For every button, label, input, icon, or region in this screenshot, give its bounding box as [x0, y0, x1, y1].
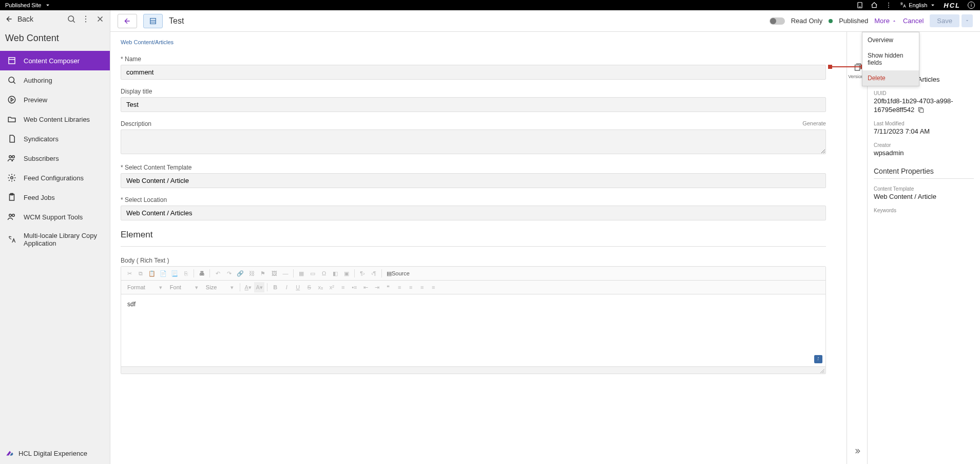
info-uuid-value1: 20fb1fd8-1b29-4703-a998- [874, 97, 974, 105]
bg-color-icon[interactable]: A▾ [254, 282, 264, 292]
svg-point-14 [12, 156, 15, 158]
site-dropdown[interactable]: Published Site [5, 2, 41, 8]
document-icon [7, 134, 16, 143]
cancel-button[interactable]: Cancel [903, 17, 924, 25]
sidebar-item-content-composer[interactable]: Content Composer [0, 51, 110, 70]
svg-point-23 [818, 357, 819, 358]
sidebar-item-multilocale[interactable]: Multi-locale Library Copy Application [0, 227, 110, 252]
source-button[interactable]: ▤ Source [385, 268, 412, 279]
rte-footer [121, 366, 825, 374]
redo-icon[interactable]: ↷ [224, 268, 234, 279]
special-char-icon[interactable]: Ω [319, 268, 329, 279]
bold-icon[interactable]: B [270, 282, 280, 292]
div-icon[interactable]: ▭ [308, 268, 318, 279]
search-icon[interactable] [67, 14, 76, 24]
undo-icon[interactable]: ↶ [213, 268, 223, 279]
collapse-panel-button[interactable] [853, 447, 861, 457]
indent-icon[interactable]: ⇥ [372, 282, 382, 292]
readonly-toggle[interactable] [770, 17, 785, 25]
language-switcher[interactable]: English [899, 2, 936, 9]
iframe-icon[interactable]: ◧ [330, 268, 340, 279]
sidebar-item-syndicators[interactable]: Syndicators [0, 129, 110, 149]
sidebar-item-feed-config[interactable]: Feed Configurations [0, 168, 110, 188]
paste-icon[interactable]: 📋 [147, 268, 157, 279]
paste-word-icon[interactable]: 📃 [169, 268, 180, 279]
size-select[interactable]: Size [203, 283, 226, 291]
svg-point-4 [888, 7, 889, 8]
template-input[interactable] [121, 173, 826, 188]
sidebar-title: Web Content [0, 28, 110, 51]
rtl-icon[interactable]: ‹¶ [369, 268, 379, 279]
subscript-icon[interactable]: x₂ [315, 282, 325, 292]
dropdown-overview[interactable]: Overview [862, 32, 919, 48]
sidebar-item-subscribers[interactable]: Subscribers [0, 149, 110, 168]
sidebar-item-preview[interactable]: Preview [0, 90, 110, 109]
sidebar-item-wcm-tools[interactable]: WCM Support Tools [0, 207, 110, 227]
description-input[interactable] [121, 129, 826, 154]
info-icon[interactable]: i [968, 2, 975, 9]
rte-body[interactable]: sdf [121, 294, 825, 366]
copy-icon[interactable] [917, 106, 925, 114]
paste-text-icon[interactable]: 📄 [158, 268, 168, 279]
display-title-input[interactable] [121, 97, 826, 112]
arrow-left-icon [5, 15, 13, 23]
more-vert-icon[interactable] [885, 2, 892, 9]
align-justify-icon[interactable]: ≡ [428, 282, 438, 292]
unlink-icon[interactable]: ⛓ [246, 268, 257, 279]
sidebar-item-feed-jobs[interactable]: Feed Jobs [0, 188, 110, 207]
anchor-icon[interactable]: ⚑ [258, 268, 268, 279]
svg-point-5 [68, 16, 74, 22]
more-menu-button[interactable]: More [874, 17, 897, 25]
location-input[interactable] [121, 206, 826, 220]
versions-icon [853, 63, 862, 72]
print-icon[interactable]: 🖶 [197, 268, 207, 279]
arrow-left-icon [123, 17, 131, 25]
more-dropdown: Overview Show hidden fields Delete [862, 32, 919, 86]
underline-icon[interactable]: U [293, 282, 303, 292]
name-input[interactable] [121, 65, 826, 80]
outdent-icon[interactable]: ⇤ [360, 282, 371, 292]
align-right-icon[interactable]: ≡ [417, 282, 427, 292]
generate-link[interactable]: Generate [802, 120, 826, 127]
close-icon[interactable] [95, 14, 105, 24]
italic-icon[interactable]: I [281, 282, 292, 292]
strike-icon[interactable]: S [304, 282, 314, 292]
hr-icon[interactable]: — [280, 268, 291, 279]
embed-icon[interactable]: ▣ [341, 268, 352, 279]
home-icon[interactable] [871, 2, 878, 9]
dropdown-show-hidden[interactable]: Show hidden fields [862, 48, 919, 70]
bullet-list-icon[interactable]: •≡ [349, 282, 359, 292]
ltr-icon[interactable]: ¶› [357, 268, 368, 279]
tablet-icon[interactable] [856, 2, 863, 9]
save-button[interactable]: Save [930, 14, 959, 27]
svg-rect-9 [9, 58, 15, 64]
text-color-icon[interactable]: A▾ [243, 282, 253, 292]
quote-icon[interactable]: ❝ [383, 282, 393, 292]
resize-handle-icon[interactable] [820, 369, 824, 373]
info-template-label: Content Template [874, 186, 974, 192]
cut-icon[interactable]: ✂ [124, 268, 134, 279]
translate-icon [899, 2, 907, 9]
align-left-icon[interactable]: ≡ [394, 282, 405, 292]
align-center-icon[interactable]: ≡ [406, 282, 416, 292]
link-icon[interactable]: 🔗 [235, 268, 245, 279]
more-vert-icon[interactable] [81, 14, 90, 24]
copy-icon[interactable]: ⧉ [136, 268, 146, 279]
paste-special-icon[interactable]: ⎘ [181, 268, 191, 279]
save-dropdown-button[interactable] [962, 14, 973, 27]
format-select[interactable]: Format [124, 283, 155, 291]
back-button[interactable]: Back [5, 15, 33, 23]
accessibility-icon[interactable] [814, 355, 822, 363]
font-select[interactable]: Font [167, 283, 190, 291]
image-icon[interactable]: 🖼 [269, 268, 279, 279]
sidebar-item-libraries[interactable]: Web Content Libraries [0, 109, 110, 129]
table-icon[interactable]: ▦ [296, 268, 306, 279]
breadcrumb[interactable]: Web Content/Articles [121, 39, 826, 45]
content-type-button[interactable] [143, 14, 163, 28]
numbered-list-icon[interactable]: ≡ [338, 282, 348, 292]
back-arrow-button[interactable] [118, 14, 137, 28]
dropdown-delete[interactable]: Delete [862, 70, 919, 86]
svg-rect-20 [150, 18, 156, 24]
sidebar-item-authoring[interactable]: Authoring [0, 70, 110, 90]
superscript-icon[interactable]: x² [326, 282, 337, 292]
